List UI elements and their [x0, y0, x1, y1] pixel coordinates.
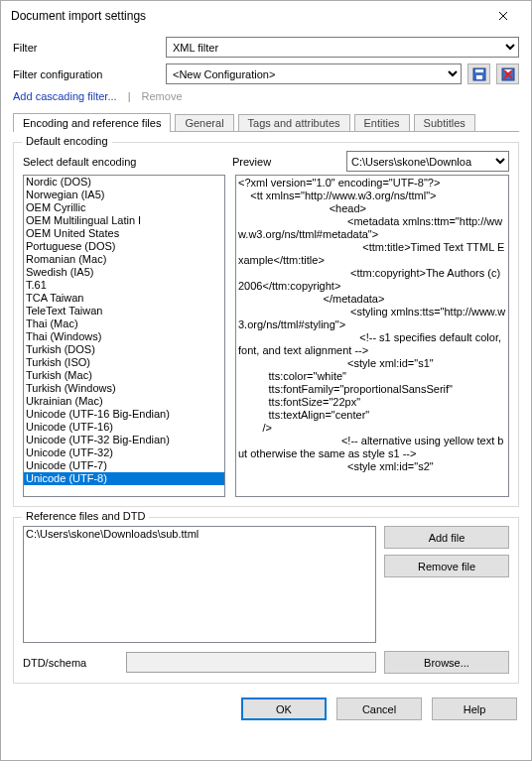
list-item[interactable]: Unicode (UTF-32)	[24, 446, 224, 459]
tab-strip: Encoding and reference files General Tag…	[13, 110, 519, 132]
preview-pane[interactable]: <?xml version="1.0" encoding="UTF-8"?> <…	[235, 175, 509, 497]
tab-general[interactable]: General	[175, 114, 233, 131]
tab-subtitles[interactable]: Subtitles	[414, 114, 475, 131]
filter-label: Filter	[13, 42, 160, 54]
list-item[interactable]: Turkish (Windows)	[24, 382, 224, 395]
dtd-schema-label: DTD/schema	[23, 657, 118, 669]
close-button[interactable]	[483, 2, 523, 30]
list-item[interactable]: Thai (Mac)	[24, 317, 224, 330]
encoding-listbox[interactable]: Nordic (DOS) Norwegian (IA5) OEM Cyrilli…	[23, 175, 225, 497]
list-item[interactable]: Thai (Windows)	[24, 330, 224, 343]
list-item[interactable]: C:\Users\skone\Downloads\sub.ttml	[26, 528, 373, 541]
list-item[interactable]: T.61	[24, 279, 224, 292]
default-encoding-group: Default encoding Select default encoding…	[13, 142, 519, 507]
preview-label: Preview	[232, 156, 271, 168]
tab-encoding[interactable]: Encoding and reference files	[13, 113, 171, 132]
list-item-selected[interactable]: Unicode (UTF-8)	[24, 472, 224, 485]
filter-config-select[interactable]: <New Configuration>	[166, 63, 462, 84]
list-item[interactable]: OEM United States	[24, 227, 224, 240]
delete-config-button[interactable]	[496, 63, 519, 84]
list-item[interactable]: Portuguese (DOS)	[24, 240, 224, 253]
tab-entities[interactable]: Entities	[354, 114, 410, 131]
link-separator: |	[128, 90, 131, 102]
close-icon	[498, 11, 508, 21]
list-item[interactable]: OEM Cyrillic	[24, 201, 224, 214]
cancel-button[interactable]: Cancel	[336, 698, 422, 720]
help-button[interactable]: Help	[432, 698, 517, 720]
list-item[interactable]: Unicode (UTF-16 Big-Endian)	[24, 408, 224, 421]
list-item[interactable]: Unicode (UTF-7)	[24, 459, 224, 472]
dtd-schema-field	[126, 652, 376, 673]
add-cascading-filter-link[interactable]: Add cascading filter...	[13, 90, 117, 102]
save-config-button[interactable]	[467, 63, 490, 84]
list-item[interactable]: OEM Multilingual Latin I	[24, 214, 224, 227]
delete-icon	[501, 67, 515, 81]
save-icon	[472, 67, 486, 81]
list-item[interactable]: Swedish (IA5)	[24, 266, 224, 279]
reference-file-list[interactable]: C:\Users\skone\Downloads\sub.ttml	[23, 526, 376, 643]
list-item[interactable]: Norwegian (IA5)	[24, 189, 224, 201]
list-item[interactable]: TCA Taiwan	[24, 292, 224, 305]
reference-files-group: Reference files and DTD C:\Users\skone\D…	[13, 517, 519, 684]
remove-file-button[interactable]: Remove file	[384, 555, 509, 577]
default-encoding-legend: Default encoding	[22, 135, 112, 147]
filter-config-label: Filter configuration	[13, 68, 160, 80]
preview-path-select[interactable]: C:\Users\skone\Downloa	[346, 151, 509, 172]
svg-rect-1	[475, 69, 483, 72]
list-item[interactable]: Ukrainian (Mac)	[24, 395, 224, 408]
browse-button[interactable]: Browse...	[384, 651, 509, 674]
window-title: Document import settings	[11, 9, 483, 23]
reference-legend: Reference files and DTD	[22, 510, 149, 522]
dialog-button-bar: OK Cancel Help	[1, 684, 531, 720]
svg-rect-2	[476, 75, 482, 79]
remove-filter-link: Remove	[142, 90, 183, 102]
list-item[interactable]: Romanian (Mac)	[24, 253, 224, 266]
list-item[interactable]: Unicode (UTF-16)	[24, 421, 224, 434]
title-bar: Document import settings	[1, 1, 531, 31]
list-item[interactable]: Turkish (DOS)	[24, 343, 224, 356]
list-item[interactable]: Unicode (UTF-32 Big-Endian)	[24, 434, 224, 446]
list-item[interactable]: Turkish (ISO)	[24, 356, 224, 369]
tab-tags[interactable]: Tags and attributes	[238, 114, 350, 131]
add-file-button[interactable]: Add file	[384, 526, 509, 549]
ok-button[interactable]: OK	[241, 698, 327, 720]
list-item[interactable]: TeleText Taiwan	[24, 305, 224, 317]
filter-select[interactable]: XML filter	[166, 37, 519, 58]
list-item[interactable]: Nordic (DOS)	[24, 176, 224, 189]
list-item[interactable]: Turkish (Mac)	[24, 369, 224, 382]
select-encoding-label: Select default encoding	[23, 156, 226, 168]
